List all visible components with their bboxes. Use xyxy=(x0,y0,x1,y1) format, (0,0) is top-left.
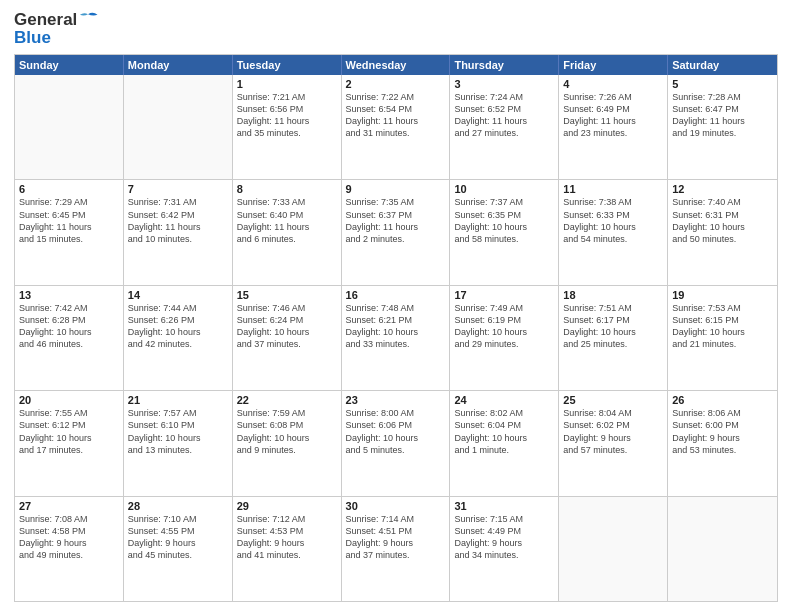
cal-header-friday: Friday xyxy=(559,55,668,75)
cell-info-line: Daylight: 10 hours xyxy=(454,326,554,338)
cell-info-line: Sunrise: 7:21 AM xyxy=(237,91,337,103)
cell-info-line: Sunset: 6:35 PM xyxy=(454,209,554,221)
cell-info-line: and 37 minutes. xyxy=(237,338,337,350)
day-number: 16 xyxy=(346,289,446,301)
cell-info-line: Sunrise: 7:46 AM xyxy=(237,302,337,314)
cell-info-line: and 31 minutes. xyxy=(346,127,446,139)
day-number: 25 xyxy=(563,394,663,406)
cell-info-line: Daylight: 11 hours xyxy=(346,115,446,127)
day-number: 21 xyxy=(128,394,228,406)
cell-info-line: Sunset: 6:52 PM xyxy=(454,103,554,115)
cell-info-line: and 6 minutes. xyxy=(237,233,337,245)
cell-info-line: Daylight: 11 hours xyxy=(237,221,337,233)
cell-info-line: Sunset: 6:31 PM xyxy=(672,209,773,221)
cell-info-line: Sunrise: 8:02 AM xyxy=(454,407,554,419)
cell-info-line: Daylight: 11 hours xyxy=(672,115,773,127)
cal-cell-day-1: 1Sunrise: 7:21 AMSunset: 6:56 PMDaylight… xyxy=(233,75,342,179)
cell-info-line: and 17 minutes. xyxy=(19,444,119,456)
cell-info-line: Sunrise: 7:22 AM xyxy=(346,91,446,103)
cal-cell-day-27: 27Sunrise: 7:08 AMSunset: 4:58 PMDayligh… xyxy=(15,497,124,601)
cell-info-line: Sunset: 6:04 PM xyxy=(454,419,554,431)
cell-info-line: Sunset: 6:49 PM xyxy=(563,103,663,115)
cell-info-line: Sunrise: 7:26 AM xyxy=(563,91,663,103)
cal-cell-day-5: 5Sunrise: 7:28 AMSunset: 6:47 PMDaylight… xyxy=(668,75,777,179)
cell-info-line: and 53 minutes. xyxy=(672,444,773,456)
cell-info-line: and 5 minutes. xyxy=(346,444,446,456)
cell-info-line: Sunset: 4:51 PM xyxy=(346,525,446,537)
cal-cell-day-17: 17Sunrise: 7:49 AMSunset: 6:19 PMDayligh… xyxy=(450,286,559,390)
cal-cell-day-4: 4Sunrise: 7:26 AMSunset: 6:49 PMDaylight… xyxy=(559,75,668,179)
day-number: 3 xyxy=(454,78,554,90)
cell-info-line: Daylight: 9 hours xyxy=(454,537,554,549)
cell-info-line: Sunset: 6:56 PM xyxy=(237,103,337,115)
cal-header-wednesday: Wednesday xyxy=(342,55,451,75)
day-number: 12 xyxy=(672,183,773,195)
cal-row-4: 27Sunrise: 7:08 AMSunset: 4:58 PMDayligh… xyxy=(15,496,777,601)
cell-info-line: Daylight: 10 hours xyxy=(346,326,446,338)
cal-cell-day-6: 6Sunrise: 7:29 AMSunset: 6:45 PMDaylight… xyxy=(15,180,124,284)
cal-row-2: 13Sunrise: 7:42 AMSunset: 6:28 PMDayligh… xyxy=(15,285,777,390)
cal-cell-day-10: 10Sunrise: 7:37 AMSunset: 6:35 PMDayligh… xyxy=(450,180,559,284)
cell-info-line: Sunset: 4:53 PM xyxy=(237,525,337,537)
cell-info-line: Daylight: 10 hours xyxy=(454,221,554,233)
cell-info-line: Daylight: 10 hours xyxy=(128,432,228,444)
day-number: 7 xyxy=(128,183,228,195)
cell-info-line: Daylight: 10 hours xyxy=(346,432,446,444)
cell-info-line: Sunset: 6:28 PM xyxy=(19,314,119,326)
day-number: 9 xyxy=(346,183,446,195)
cal-cell-empty xyxy=(124,75,233,179)
cal-header-thursday: Thursday xyxy=(450,55,559,75)
cal-header-sunday: Sunday xyxy=(15,55,124,75)
cell-info-line: Sunrise: 7:37 AM xyxy=(454,196,554,208)
cal-cell-day-20: 20Sunrise: 7:55 AMSunset: 6:12 PMDayligh… xyxy=(15,391,124,495)
day-number: 13 xyxy=(19,289,119,301)
cal-cell-day-7: 7Sunrise: 7:31 AMSunset: 6:42 PMDaylight… xyxy=(124,180,233,284)
cell-info-line: Sunrise: 7:59 AM xyxy=(237,407,337,419)
day-number: 31 xyxy=(454,500,554,512)
day-number: 18 xyxy=(563,289,663,301)
cell-info-line: and 45 minutes. xyxy=(128,549,228,561)
cell-info-line: Sunrise: 7:24 AM xyxy=(454,91,554,103)
day-number: 4 xyxy=(563,78,663,90)
day-number: 1 xyxy=(237,78,337,90)
day-number: 8 xyxy=(237,183,337,195)
cell-info-line: Sunset: 6:08 PM xyxy=(237,419,337,431)
cal-cell-day-19: 19Sunrise: 7:53 AMSunset: 6:15 PMDayligh… xyxy=(668,286,777,390)
cell-info-line: and 42 minutes. xyxy=(128,338,228,350)
cell-info-line: and 27 minutes. xyxy=(454,127,554,139)
cell-info-line: Sunset: 6:37 PM xyxy=(346,209,446,221)
cell-info-line: Daylight: 10 hours xyxy=(563,221,663,233)
day-number: 28 xyxy=(128,500,228,512)
cell-info-line: Daylight: 11 hours xyxy=(454,115,554,127)
cell-info-line: Sunset: 6:47 PM xyxy=(672,103,773,115)
cal-cell-day-11: 11Sunrise: 7:38 AMSunset: 6:33 PMDayligh… xyxy=(559,180,668,284)
cell-info-line: Sunset: 6:21 PM xyxy=(346,314,446,326)
cell-info-line: and 19 minutes. xyxy=(672,127,773,139)
logo-general-text: General xyxy=(14,10,77,30)
cell-info-line: and 50 minutes. xyxy=(672,233,773,245)
cell-info-line: and 34 minutes. xyxy=(454,549,554,561)
cal-cell-empty xyxy=(668,497,777,601)
cell-info-line: and 33 minutes. xyxy=(346,338,446,350)
logo-bird-icon xyxy=(77,11,99,29)
calendar: SundayMondayTuesdayWednesdayThursdayFrid… xyxy=(14,54,778,602)
cell-info-line: Daylight: 10 hours xyxy=(128,326,228,338)
cell-info-line: Sunrise: 7:40 AM xyxy=(672,196,773,208)
cell-info-line: Sunset: 6:26 PM xyxy=(128,314,228,326)
cell-info-line: Sunset: 6:15 PM xyxy=(672,314,773,326)
cell-info-line: Sunrise: 7:55 AM xyxy=(19,407,119,419)
calendar-header-row: SundayMondayTuesdayWednesdayThursdayFrid… xyxy=(15,55,777,75)
cell-info-line: and 58 minutes. xyxy=(454,233,554,245)
cal-cell-day-13: 13Sunrise: 7:42 AMSunset: 6:28 PMDayligh… xyxy=(15,286,124,390)
cell-info-line: Daylight: 11 hours xyxy=(563,115,663,127)
cal-cell-day-12: 12Sunrise: 7:40 AMSunset: 6:31 PMDayligh… xyxy=(668,180,777,284)
cell-info-line: and 2 minutes. xyxy=(346,233,446,245)
cal-cell-day-2: 2Sunrise: 7:22 AMSunset: 6:54 PMDaylight… xyxy=(342,75,451,179)
cell-info-line: and 15 minutes. xyxy=(19,233,119,245)
day-number: 19 xyxy=(672,289,773,301)
day-number: 22 xyxy=(237,394,337,406)
cell-info-line: Daylight: 10 hours xyxy=(672,221,773,233)
cell-info-line: and 1 minute. xyxy=(454,444,554,456)
cell-info-line: and 54 minutes. xyxy=(563,233,663,245)
page: General Blue SundayMondayTuesdayWednesda… xyxy=(0,0,792,612)
